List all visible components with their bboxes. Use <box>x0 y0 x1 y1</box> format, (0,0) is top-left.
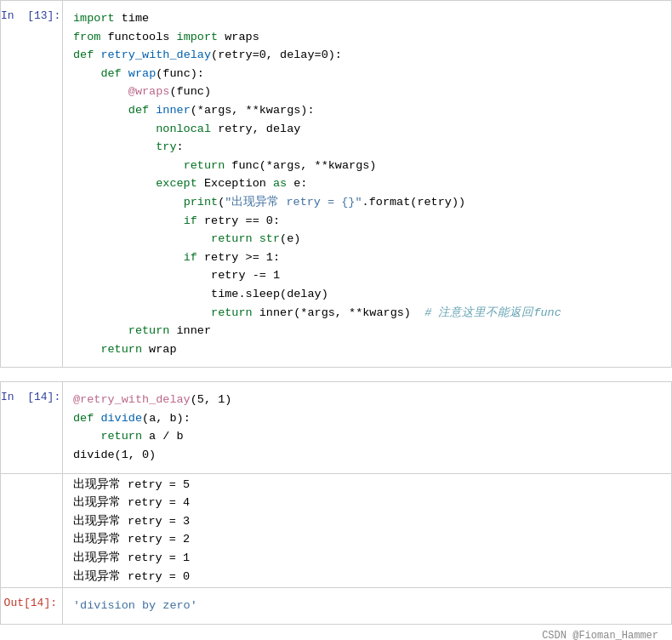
watermark-bar: CSDN @Fioman_Hammer <box>0 625 672 640</box>
cell-14-content[interactable]: @retry_with_delay(5, 1) def divide(a, b)… <box>62 382 671 472</box>
notebook: In [13]: import time from functools impo… <box>0 0 672 640</box>
cell-14: In [14]: @retry_with_delay(5, 1) def div… <box>0 381 672 473</box>
cell-13-content[interactable]: import time from functools import wraps … <box>62 1 671 367</box>
kw: from <box>73 31 100 43</box>
out-14-cell: Out[14]: 'division by zero' <box>0 587 672 625</box>
stdout-label <box>1 474 62 588</box>
kw: import <box>73 12 115 25</box>
stdout-content: 出现异常 retry = 5 出现异常 retry = 4 出现异常 retry… <box>62 474 671 588</box>
cell-14-label: In [14]: <box>1 382 62 472</box>
out-14-content: 'division by zero' <box>62 588 671 624</box>
stdout-cell-14: 出现异常 retry = 5 出现异常 retry = 4 出现异常 retry… <box>0 474 672 588</box>
out-14-label: Out[14]: <box>1 588 62 624</box>
watermark-text: CSDN @Fioman_Hammer <box>542 630 658 640</box>
cell-13: In [13]: import time from functools impo… <box>0 0 672 368</box>
cell-13-label: In [13]: <box>1 1 62 367</box>
